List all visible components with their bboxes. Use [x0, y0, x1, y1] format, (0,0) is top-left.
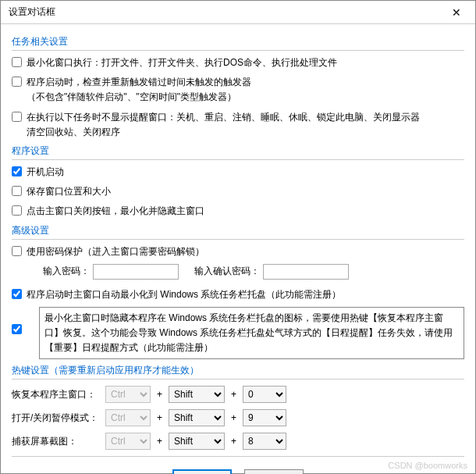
- plus-icon: +: [157, 389, 162, 400]
- pwd-input2[interactable]: [263, 264, 349, 280]
- window-title: 设置对话框: [9, 5, 55, 19]
- plus-icon: +: [157, 412, 162, 423]
- hk-label-1: 打开/关闭暂停模式：: [12, 412, 105, 425]
- password-row: 输入密码： 输入确认密码：: [43, 264, 464, 280]
- divider: [12, 379, 464, 380]
- section-program-header: 程序设置: [12, 144, 464, 158]
- task-opt1-checkbox[interactable]: [12, 57, 22, 67]
- cancel-button[interactable]: Cancel: [244, 469, 304, 474]
- pwd-input1[interactable]: [93, 264, 179, 280]
- program-opt3-label: 点击主窗口关闭按钮，最小化并隐藏主窗口: [27, 204, 204, 219]
- adv-tray-checkbox[interactable]: [12, 289, 22, 299]
- hk-key-0[interactable]: 0: [243, 386, 286, 403]
- divider: [12, 50, 464, 51]
- hk-ctrl-0[interactable]: Ctrl: [105, 386, 151, 403]
- program-opt3-checkbox[interactable]: [12, 205, 22, 216]
- watermark: CSDN @boomworks: [388, 461, 467, 470]
- adv-pwd-checkbox[interactable]: [12, 246, 22, 256]
- hk-mod-0[interactable]: Shift: [169, 386, 225, 403]
- program-opt1-checkbox[interactable]: [12, 166, 22, 176]
- adv-boxed-checkbox[interactable]: [12, 324, 22, 334]
- hk-ctrl-1[interactable]: Ctrl: [105, 409, 151, 426]
- pwd-label2: 输入确认密码：: [194, 265, 260, 278]
- divider: [12, 159, 464, 160]
- task-opt2-label: 程序启动时，检查并重新触发错过时间未触发的触发器（不包含"伴随软件启动"、"空闲…: [27, 75, 251, 105]
- task-opt1-label: 最小化窗口执行：打开文件、打开文件夹、执行DOS命令、执行批处理文件: [27, 55, 337, 70]
- divider: [12, 239, 464, 240]
- task-opt3-checkbox[interactable]: [12, 112, 22, 122]
- hotkey-row-screenshot: 捕获屏幕截图： Ctrl + Shift + 8: [12, 433, 464, 450]
- pwd-label1: 输入密码：: [43, 265, 90, 278]
- hotkey-row-pause: 打开/关闭暂停模式： Ctrl + Shift + 9: [12, 409, 464, 426]
- close-icon[interactable]: ✕: [446, 3, 467, 22]
- hk-key-2[interactable]: 8: [243, 433, 286, 450]
- plus-icon: +: [157, 436, 162, 447]
- hk-ctrl-2[interactable]: Ctrl: [105, 433, 151, 450]
- hk-mod-1[interactable]: Shift: [169, 409, 225, 426]
- adv-tray-label: 程序启动时主窗口自动最小化到 Windows 系统任务栏托盘（此功能需注册）: [27, 287, 341, 302]
- task-opt3-label: 在执行以下任务时不显示提醒窗口：关机、重启、注销、睡眠、休眠、锁定此电脑、关闭显…: [27, 110, 420, 140]
- titlebar: 设置对话框 ✕: [1, 1, 475, 24]
- program-opt2-label: 保存窗口位置和大小: [27, 184, 111, 199]
- plus-icon: +: [231, 412, 236, 423]
- hk-label-2: 捕获屏幕截图：: [12, 435, 105, 448]
- divider: [12, 456, 464, 457]
- program-opt1-label: 开机启动: [27, 165, 64, 180]
- hotkey-row-restore: 恢复本程序主窗口： Ctrl + Shift + 0: [12, 386, 464, 403]
- hk-key-1[interactable]: 9: [243, 409, 286, 426]
- task-opt2-checkbox[interactable]: [12, 77, 22, 87]
- dialog-content: 任务相关设置 最小化窗口执行：打开文件、打开文件夹、执行DOS命令、执行批处理文…: [1, 24, 475, 474]
- program-opt2-checkbox[interactable]: [12, 186, 22, 196]
- section-task-header: 任务相关设置: [12, 35, 464, 48]
- section-hotkey-header: 热键设置（需要重新启动应用程序才能生效）: [12, 364, 464, 377]
- adv-pwd-label: 使用密码保护（进入主窗口需要密码解锁）: [27, 244, 204, 259]
- plus-icon: +: [231, 436, 236, 447]
- section-advanced-header: 高级设置: [12, 224, 464, 237]
- ok-button[interactable]: OK: [172, 469, 232, 474]
- adv-boxed-label: 最小化主窗口时隐藏本程序在 Windows 系统任务栏托盘的图标，需要使用热键【…: [39, 307, 464, 360]
- plus-icon: +: [231, 389, 236, 400]
- hk-label-0: 恢复本程序主窗口：: [12, 388, 105, 401]
- hk-mod-2[interactable]: Shift: [169, 433, 225, 450]
